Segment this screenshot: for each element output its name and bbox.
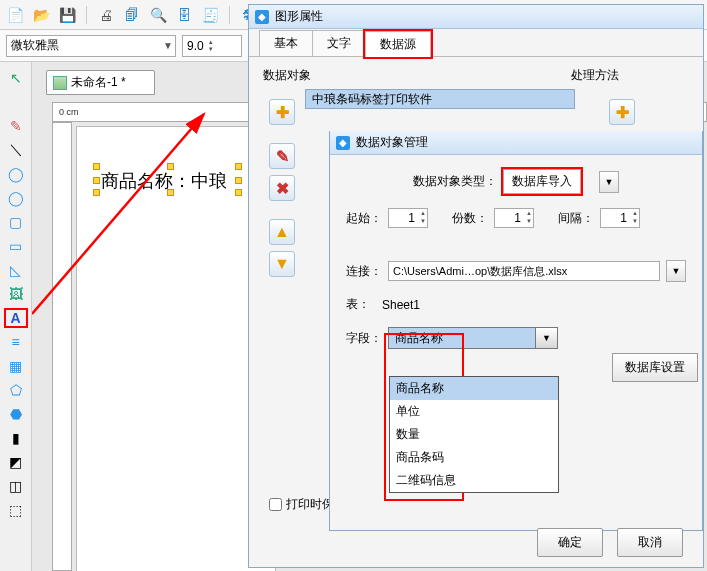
- process-add-button-group: ✚: [609, 99, 635, 131]
- copies-value: 1: [514, 211, 521, 225]
- data-object-list-item[interactable]: 中琅条码标签打印软件: [305, 89, 575, 109]
- tab-text[interactable]: 文字: [312, 30, 366, 56]
- copies-input[interactable]: 1 ▲▼: [494, 208, 534, 228]
- move-down-button[interactable]: ▼: [269, 251, 295, 277]
- document-tab[interactable]: 未命名-1 *: [46, 70, 155, 95]
- tool-paragraph[interactable]: ≡: [4, 332, 28, 352]
- open-icon[interactable]: 📂: [32, 6, 50, 24]
- field-option[interactable]: 商品名称: [390, 377, 558, 400]
- tool-text[interactable]: A: [4, 308, 28, 328]
- connection-field[interactable]: C:\Users\Admi…op\数据库信息.xlsx: [388, 261, 660, 281]
- tool-pencil[interactable]: ✎: [4, 116, 28, 136]
- tab-datasource[interactable]: 数据源: [365, 31, 431, 57]
- tool-hexagon[interactable]: ⬣: [4, 404, 28, 424]
- new-icon[interactable]: 📄: [6, 6, 24, 24]
- edit-button[interactable]: ✎: [269, 143, 295, 169]
- connection-label: 连接：: [346, 263, 382, 280]
- tool-rounded-rect[interactable]: ▢: [4, 212, 28, 232]
- delete-button[interactable]: ✖: [269, 175, 295, 201]
- type-label: 数据对象类型：: [413, 173, 497, 190]
- start-value: 1: [408, 211, 415, 225]
- ok-button[interactable]: 确定: [537, 528, 603, 557]
- dialog-footer: 确定 取消: [537, 528, 683, 557]
- start-input[interactable]: 1 ▲▼: [388, 208, 428, 228]
- sheet-value: Sheet1: [382, 298, 420, 312]
- field-selected-value: 商品名称: [395, 330, 443, 347]
- tool-table[interactable]: ▦: [4, 356, 28, 376]
- separator: [229, 6, 230, 24]
- add-button[interactable]: ✚: [269, 99, 295, 125]
- selection-handle[interactable]: [167, 189, 174, 196]
- save-icon[interactable]: 💾: [58, 6, 76, 24]
- document-title: 未命名-1 *: [71, 74, 126, 91]
- process-add-button[interactable]: ✚: [609, 99, 635, 125]
- properties-body: 数据对象 处理方法 中琅条码标签打印软件 ✚ ✎ ✖ ▲ ▼ ✚ 打印时保付: [249, 57, 703, 567]
- db-settings-button[interactable]: 数据库设置: [612, 353, 698, 382]
- font-size-input[interactable]: 9.0 ▲▼: [182, 35, 242, 57]
- panel-title: 图形属性: [275, 8, 323, 25]
- selection-handle[interactable]: [93, 163, 100, 170]
- field-option[interactable]: 单位: [390, 400, 558, 423]
- tool-barcode[interactable]: ▮: [4, 428, 28, 448]
- tool-rect[interactable]: ▭: [4, 236, 28, 256]
- tab-basic[interactable]: 基本: [259, 30, 313, 56]
- gap-label: 间隔：: [558, 210, 594, 227]
- gap-value: 1: [620, 211, 627, 225]
- panel-icon: ◆: [255, 10, 269, 24]
- sheet-label: 表：: [346, 296, 370, 313]
- tool-pentagon[interactable]: ⬠: [4, 380, 28, 400]
- start-label: 起始：: [346, 210, 382, 227]
- vertical-ruler: [52, 122, 72, 571]
- tool-pointer[interactable]: ↖: [4, 68, 28, 88]
- properties-tabs: 基本 文字 数据源: [249, 29, 703, 57]
- dialog-icon: ◆: [336, 136, 350, 150]
- zoom-icon[interactable]: 🔍: [149, 6, 167, 24]
- tool-line[interactable]: ＼: [4, 140, 28, 160]
- preview-icon[interactable]: 🗐: [123, 6, 141, 24]
- tool-qr[interactable]: ◩: [4, 452, 28, 472]
- print-save-checkbox[interactable]: [269, 498, 282, 511]
- chart-icon[interactable]: 🧾: [201, 6, 219, 24]
- selection-handle[interactable]: [235, 163, 242, 170]
- cancel-button[interactable]: 取消: [617, 528, 683, 557]
- tool-circle[interactable]: ◯: [4, 188, 28, 208]
- font-name-select[interactable]: 微软雅黑 ▼: [6, 35, 176, 57]
- field-option[interactable]: 二维码信息: [390, 469, 558, 492]
- type-dropdown-button[interactable]: ▼: [599, 171, 619, 193]
- dialog-title: 数据对象管理: [356, 134, 428, 151]
- properties-panel-titlebar[interactable]: ◆ 图形属性: [249, 5, 703, 29]
- design-page[interactable]: 商品名称：中琅: [76, 126, 276, 571]
- move-up-button[interactable]: ▲: [269, 219, 295, 245]
- database-icon[interactable]: 🗄: [175, 6, 193, 24]
- text-element[interactable]: 商品名称：中琅: [97, 167, 231, 195]
- tool-group[interactable]: ◫: [4, 476, 28, 496]
- tool-spacer: [4, 92, 28, 112]
- spinner-icon[interactable]: ▲▼: [208, 39, 214, 53]
- connection-dropdown-button[interactable]: ▼: [666, 260, 686, 282]
- field-option[interactable]: 数量: [390, 423, 558, 446]
- selection-handle[interactable]: [235, 189, 242, 196]
- selection-handle[interactable]: [93, 177, 100, 184]
- selection-handle[interactable]: [235, 177, 242, 184]
- ruler-label: 0 cm: [59, 107, 79, 117]
- process-method-label: 处理方法: [571, 67, 619, 84]
- tool-triangle[interactable]: ◺: [4, 260, 28, 280]
- tool-misc[interactable]: ⬚: [4, 500, 28, 520]
- type-value[interactable]: 数据库导入: [503, 169, 581, 194]
- tool-palette: ↖ ✎ ＼ ◯ ◯ ▢ ▭ ◺ 🖼 A ≡ ▦ ⬠ ⬣ ▮ ◩ ◫ ⬚: [0, 62, 32, 571]
- data-object-manage-dialog: ◆ 数据对象管理 × 数据对象类型： 数据库导入 ▼ 起始： 1 ▲▼: [329, 131, 703, 531]
- selection-handle[interactable]: [167, 163, 174, 170]
- selection-handle[interactable]: [93, 189, 100, 196]
- tool-ellipse[interactable]: ◯: [4, 164, 28, 184]
- dialog-titlebar[interactable]: ◆ 数据对象管理 ×: [330, 131, 702, 155]
- field-option[interactable]: 商品条码: [390, 446, 558, 469]
- tool-image[interactable]: 🖼: [4, 284, 28, 304]
- print-icon[interactable]: 🖨: [97, 6, 115, 24]
- field-label: 字段：: [346, 330, 382, 347]
- chevron-down-icon: ▼: [163, 40, 173, 51]
- properties-panel: ◆ 图形属性 基本 文字 数据源 数据对象 处理方法 中琅条码标签打印软件 ✚ …: [248, 4, 704, 568]
- field-select[interactable]: 商品名称 ▼: [388, 327, 558, 349]
- data-object-label: 数据对象: [263, 67, 311, 84]
- gap-input[interactable]: 1 ▲▼: [600, 208, 640, 228]
- font-name-value: 微软雅黑: [11, 37, 59, 54]
